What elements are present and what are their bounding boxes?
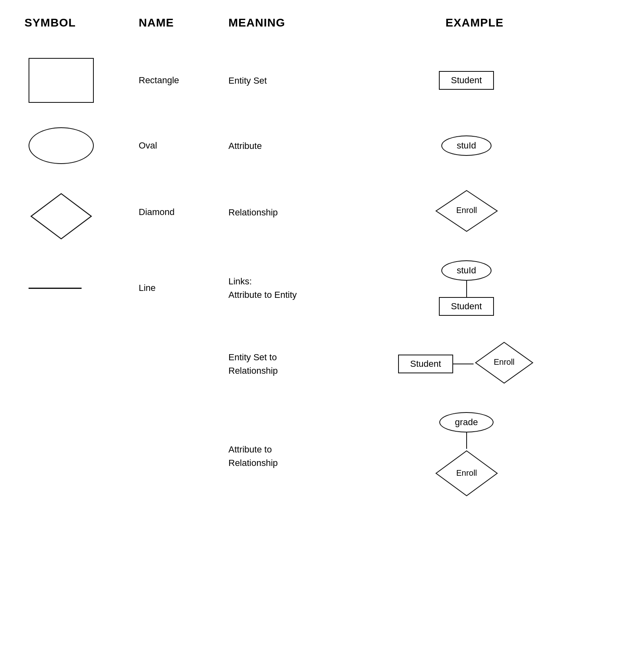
row-4-example: stuId Student <box>343 248 607 328</box>
ex-diamond-enroll-2: Enroll <box>434 449 499 500</box>
example-rect: Student <box>439 71 494 90</box>
connector-v-2 <box>466 432 467 449</box>
ex-rect-student: Student <box>439 297 494 316</box>
svg-text:Enroll: Enroll <box>456 468 477 477</box>
row-6-name <box>139 400 228 512</box>
row-5-meaning: Entity Set to Relationship <box>228 328 343 400</box>
ex-oval-grade: grade <box>439 412 493 432</box>
er-diagram-table: SYMBOL NAME MEANING EXAMPLE Rectangle En… <box>24 16 607 512</box>
ex-rect-student-2: Student <box>398 355 454 373</box>
oval-shape <box>29 127 94 164</box>
row-1-meaning: Entity Set <box>228 46 343 115</box>
row-3-symbol <box>24 176 139 248</box>
col-head-symbol: SYMBOL <box>24 16 139 29</box>
table-body: Rectangle Entity Set Student Oval Attrib… <box>24 46 607 512</box>
svg-marker-0 <box>31 194 91 239</box>
ex-diamond-enroll: Enroll <box>474 340 535 388</box>
row-5-name <box>139 328 228 400</box>
row-6-example: grade Enroll <box>343 400 607 512</box>
row-1-example: Student <box>343 46 607 115</box>
row-4-meaning: Links: Attribute to Entity <box>228 248 343 328</box>
connector-v-1 <box>466 281 467 297</box>
row-2-example: stuId <box>343 115 607 176</box>
rectangle-shape <box>29 58 94 103</box>
diamond-shape <box>29 192 86 233</box>
row-6-meaning-text: Attribute to Relationship <box>228 443 278 470</box>
col-head-example: EXAMPLE <box>343 16 607 29</box>
line-shape <box>29 288 82 289</box>
row-4-symbol <box>24 248 139 328</box>
example-line-attr-entity: stuId Student <box>439 260 494 316</box>
row-1-name: Rectangle <box>139 46 228 115</box>
row-5-example: Student Enroll <box>343 328 607 400</box>
example-entity-to-rel: Student Enroll <box>398 340 535 388</box>
row-2-name: Oval <box>139 115 228 176</box>
col-head-meaning: MEANING <box>228 16 343 29</box>
row-5-symbol <box>24 328 139 400</box>
row-4-name: Line <box>139 248 228 328</box>
row-2-symbol <box>24 115 139 176</box>
ex-oval-stuid: stuId <box>441 260 492 281</box>
connector-h-1 <box>453 364 474 364</box>
table-header: SYMBOL NAME MEANING EXAMPLE <box>24 16 607 33</box>
row-6-meaning: Attribute to Relationship <box>228 400 343 512</box>
row-4-meaning-text: Links: Attribute to Entity <box>228 275 297 302</box>
col-head-name: NAME <box>139 16 228 29</box>
row-3-meaning: Relationship <box>228 176 343 248</box>
row-6-symbol <box>24 400 139 512</box>
example-oval: stuId <box>441 135 492 156</box>
row-3-example: Enroll <box>343 176 607 248</box>
example-diamond: Enroll <box>434 189 499 236</box>
row-2-meaning: Attribute <box>228 115 343 176</box>
row-5-meaning-text: Entity Set to Relationship <box>228 350 278 377</box>
row-1-symbol <box>24 46 139 115</box>
example-attr-to-rel: grade Enroll <box>434 412 499 500</box>
svg-text:Enroll: Enroll <box>494 357 515 366</box>
row-3-name: Diamond <box>139 176 228 248</box>
svg-text:Enroll: Enroll <box>456 206 477 215</box>
